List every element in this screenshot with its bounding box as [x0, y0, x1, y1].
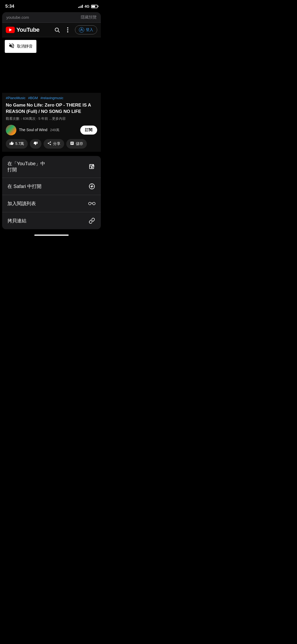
header-icons: 登入	[54, 25, 97, 34]
share-icon	[47, 141, 51, 146]
dislike-icon	[34, 141, 38, 146]
status-right: 4G	[78, 4, 98, 8]
svg-point-2	[67, 27, 68, 28]
login-label: 登入	[86, 27, 93, 32]
video-title: No Game No Life: Zero OP - THERE IS A RE…	[6, 102, 97, 115]
youtube-logo[interactable]: YouTube	[6, 26, 39, 33]
svg-point-3	[67, 29, 68, 30]
hashtag-bgm[interactable]: #BGM	[28, 96, 38, 100]
svg-point-13	[93, 202, 95, 205]
browser-chrome: youtube.com 隱藏預覽 YouTube	[2, 12, 101, 152]
add-reading-list-item[interactable]: 加入閱讀列表	[2, 195, 101, 212]
svg-point-4	[67, 31, 68, 32]
context-menu: 在「YouTube」中 打開 在 Safari 中打開 加入閱讀列表	[2, 156, 101, 229]
more-options-button[interactable]	[64, 27, 71, 33]
subscribe-button[interactable]: 訂閱	[80, 126, 97, 135]
open-in-safari-item[interactable]: 在 Safari 中打開	[2, 178, 101, 195]
svg-line-1	[58, 31, 59, 32]
like-icon	[10, 141, 14, 146]
save-icon	[70, 141, 74, 146]
copy-link-label: 拷貝連結	[7, 218, 26, 224]
channel-row: The Soul of Wind 249萬 訂閱	[6, 125, 97, 135]
save-label: 儲存	[76, 141, 83, 146]
hashtag-relaxing[interactable]: #relaxingmusic	[40, 96, 63, 100]
unmute-label: 取消靜音	[17, 44, 33, 49]
user-avatar-icon	[79, 27, 84, 33]
svg-point-12	[88, 202, 91, 205]
copy-link-icon	[88, 217, 96, 224]
more-link[interactable]: ...更多內容	[49, 117, 66, 121]
address-url[interactable]: youtube.com	[6, 15, 29, 20]
network-label: 4G	[84, 4, 89, 8]
open-in-youtube-item[interactable]: 在「YouTube」中 打開	[2, 156, 101, 178]
safari-icon	[88, 183, 96, 190]
share-button[interactable]: 分享	[44, 139, 64, 149]
reading-list-icon	[88, 200, 96, 207]
address-bar[interactable]: youtube.com 隱藏預覽	[2, 12, 101, 23]
home-indicator	[0, 231, 103, 239]
like-count: 5.7萬	[15, 141, 24, 146]
view-count: 觀看次數：636萬次	[6, 117, 36, 121]
home-bar	[34, 234, 69, 236]
battery-icon	[91, 5, 98, 8]
mute-icon	[8, 43, 15, 50]
signal-icon	[78, 5, 83, 8]
channel-name[interactable]: The Soul of Wind	[19, 128, 47, 132]
search-button[interactable]	[54, 27, 60, 33]
hashtag-piano[interactable]: #PianoMusic	[6, 96, 25, 100]
status-time: 5:34	[5, 4, 14, 9]
save-button[interactable]: 儲存	[66, 139, 87, 149]
video-age: · 5 年前	[36, 117, 48, 121]
youtube-play-icon	[6, 27, 15, 33]
external-link-icon	[88, 163, 96, 171]
svg-point-5	[81, 29, 82, 30]
hashtags-row: #PianoMusic #BGM #relaxingmusic	[6, 96, 97, 100]
action-row: 5.7萬 分享 儲存	[6, 139, 97, 149]
youtube-wordmark: YouTube	[16, 26, 39, 33]
status-bar: 5:34 4G	[0, 0, 103, 11]
share-label: 分享	[53, 141, 60, 146]
add-reading-list-label: 加入閱讀列表	[7, 201, 36, 207]
channel-avatar[interactable]	[6, 125, 16, 135]
channel-info: The Soul of Wind 249萬	[19, 127, 59, 132]
open-in-youtube-label: 在「YouTube」中 打開	[7, 161, 45, 173]
dislike-button[interactable]	[30, 139, 41, 149]
login-button[interactable]: 登入	[75, 25, 97, 34]
like-button[interactable]: 5.7萬	[6, 139, 28, 149]
private-label[interactable]: 隱藏預覽	[81, 15, 97, 20]
copy-link-item[interactable]: 拷貝連結	[2, 212, 101, 229]
open-in-safari-label: 在 Safari 中打開	[7, 183, 41, 190]
video-player[interactable]: 取消靜音	[2, 37, 101, 93]
channel-subscribers: 249萬	[50, 128, 59, 132]
unmute-button[interactable]: 取消靜音	[5, 40, 36, 53]
video-meta: 觀看次數：636萬次 · 5 年前 ...更多內容	[6, 116, 97, 121]
video-info: #PianoMusic #BGM #relaxingmusic No Game …	[2, 93, 101, 152]
youtube-header: YouTube	[2, 23, 101, 37]
